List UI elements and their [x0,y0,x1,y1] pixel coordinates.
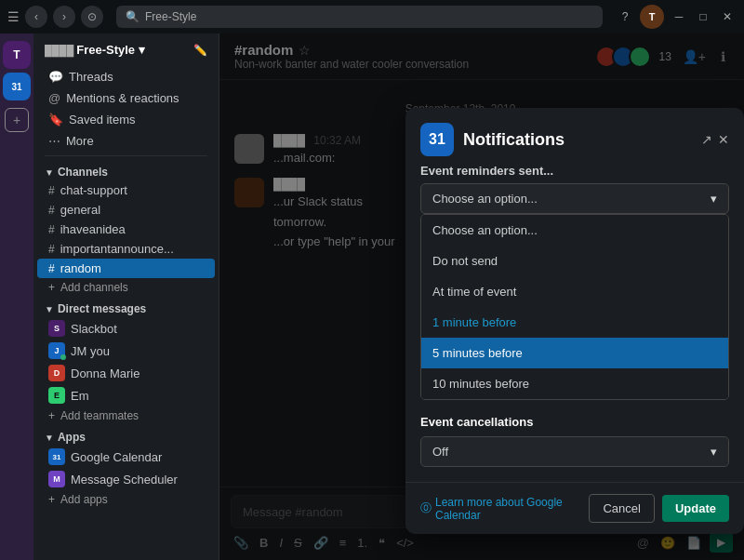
saved-icon: 🔖 [48,113,63,127]
dm-name: Slackbot [71,322,117,336]
apps-chevron-icon: ▼ [45,433,54,443]
dm-name: Em [71,389,89,403]
sidebar-item-threads[interactable]: 💬 Threads [37,66,215,87]
slackbot-avatar: S [48,320,65,337]
modal-close-button[interactable]: ✕ [718,132,729,147]
history-button[interactable]: ⊙ [81,6,103,28]
google-calendar-rail-icon[interactable]: 31 [3,73,31,100]
message-scheduler-icon: M [48,471,65,487]
modal-body: Event reminders sent... Choose an option… [405,164,744,482]
em-avatar: E [48,387,65,404]
add-workspace-button[interactable]: + [5,108,29,132]
channels-chevron-icon: ▼ [45,167,54,178]
event-reminders-label: Event reminders sent... [420,164,729,178]
modal-title: Notifications [463,130,565,150]
dm-item-slackbot[interactable]: S Slackbot [37,317,215,340]
user-avatar[interactable]: T [640,5,664,29]
channel-name: importantannounce... [60,242,174,256]
edit-workspace-icon[interactable]: ✏️ [193,44,207,57]
hamburger-icon[interactable]: ☰ [7,9,20,24]
app-item-message-scheduler[interactable]: M Message Scheduler [37,468,215,490]
cancellations-dropdown[interactable]: Off ▾ [420,436,729,467]
threads-label: Threads [69,70,113,84]
option-10-minutes[interactable]: 10 minutes before [421,368,728,399]
back-button[interactable]: ‹ [25,6,47,28]
add-channels-item[interactable]: + Add channels [37,278,215,297]
forward-button[interactable]: › [53,6,75,28]
dm-item-em[interactable]: E Em [37,384,215,407]
add-apps-icon: + [48,493,55,506]
dropdown-chevron-icon: ▾ [711,192,717,206]
hash-icon: # [48,204,55,217]
dm-section-header[interactable]: ▼ Direct messages [33,297,219,317]
channels-section-header[interactable]: ▼ Channels [33,160,219,180]
option-at-time[interactable]: At time of event [421,276,728,307]
saved-label: Saved items [69,113,136,127]
modal-external-link-button[interactable]: ↗ [701,132,712,147]
channel-item-random[interactable]: # random [37,259,215,278]
cancellations-value: Off [432,445,448,459]
channel-item-chat-support[interactable]: # chat-support [37,180,215,200]
option-5-minutes[interactable]: 5 minutes before [421,338,728,368]
title-bar: ☰ ‹ › ⊙ 🔍 Free-Style ? T ─ □ ✕ [0,0,744,33]
modal-footer: ⓪ Learn more about Google Calendar Cance… [405,482,744,534]
sidebar-item-mentions[interactable]: @ Mentions & reactions [37,87,215,109]
dropdown-options-list: Choose an option... Do not send At time … [420,214,729,400]
sidebar: ████ Free-Style ▾ ✏️ 💬 Threads @ Mention… [33,33,219,560]
channel-item-general[interactable]: # general [37,200,215,220]
option-1-minute[interactable]: 1 minute before [421,307,728,338]
add-teammates-item[interactable]: + Add teammates [37,407,215,425]
dm-avatar-wrapper: D [48,365,65,381]
learn-more-label: Learn more about Google Calendar [435,496,581,522]
apps-section-header[interactable]: ▼ Apps [33,425,219,446]
channel-name: random [60,261,101,275]
dm-item-jm[interactable]: J JM you [37,340,215,362]
workspace-header[interactable]: ████ Free-Style ▾ ✏️ [33,33,219,66]
add-apps-item[interactable]: + Add apps [37,490,215,509]
cancel-button[interactable]: Cancel [589,494,654,523]
dropdown-selected-value: Choose an option... [432,192,538,206]
option-do-not-send[interactable]: Do not send [421,246,728,276]
cancellations-label: Event cancellations [420,415,729,429]
threads-icon: 💬 [48,70,63,84]
add-teammates-label: Add teammates [60,409,139,422]
dm-section-label: Direct messages [58,302,146,315]
minimize-button[interactable]: ─ [670,7,688,26]
hash-icon: # [48,243,55,256]
add-channels-icon: + [48,281,55,294]
more-label: More [66,134,94,148]
event-cancellations-section: Event cancellations Off ▾ [420,415,729,467]
workspace-icon-rail[interactable]: T [3,41,31,69]
cancellations-chevron-icon: ▾ [711,445,717,459]
close-button[interactable]: ✕ [718,7,737,26]
channel-item-ihaveanidea[interactable]: # ihaveanidea [37,220,215,239]
title-bar-left: ☰ ‹ › ⊙ [7,6,103,28]
icon-rail: T 31 + [0,33,33,560]
option-choose[interactable]: Choose an option... [421,215,728,246]
sidebar-item-saved[interactable]: 🔖 Saved items [37,109,215,130]
update-button[interactable]: Update [662,495,729,522]
app-item-google-calendar[interactable]: 31 Google Calendar [37,446,215,468]
maximize-button[interactable]: □ [694,7,712,26]
help-button[interactable]: ? [616,7,634,26]
main-content: #random ☆ Non-work banter and water cool… [219,33,744,560]
modal-app-icon: 31 [420,123,454,156]
sidebar-item-more[interactable]: ⋯ More [37,130,215,152]
mentions-icon: @ [48,91,60,105]
event-reminders-dropdown[interactable]: Choose an option... ▾ [420,183,729,214]
channel-item-importantannounce[interactable]: # importantannounce... [37,239,215,259]
option-15-minutes[interactable]: 15 minutes before [421,399,728,400]
add-apps-label: Add apps [60,493,108,506]
app-layout: T 31 + ████ Free-Style ▾ ✏️ 💬 Threads @ … [0,33,744,560]
dm-item-donna[interactable]: D Donna Marie [37,362,215,384]
online-status-dot [60,354,66,360]
hash-icon: # [48,184,55,197]
add-channels-label: Add channels [60,281,128,294]
dm-avatar-wrapper: S [48,320,65,337]
learn-more-link[interactable]: ⓪ Learn more about Google Calendar [420,496,581,522]
modal-header: 31 Notifications ↗ ✕ [405,108,744,164]
search-bar[interactable]: 🔍 Free-Style [116,6,603,28]
channel-name: general [60,203,100,217]
sidebar-divider [45,155,207,156]
channel-name: ihaveanidea [60,222,126,236]
